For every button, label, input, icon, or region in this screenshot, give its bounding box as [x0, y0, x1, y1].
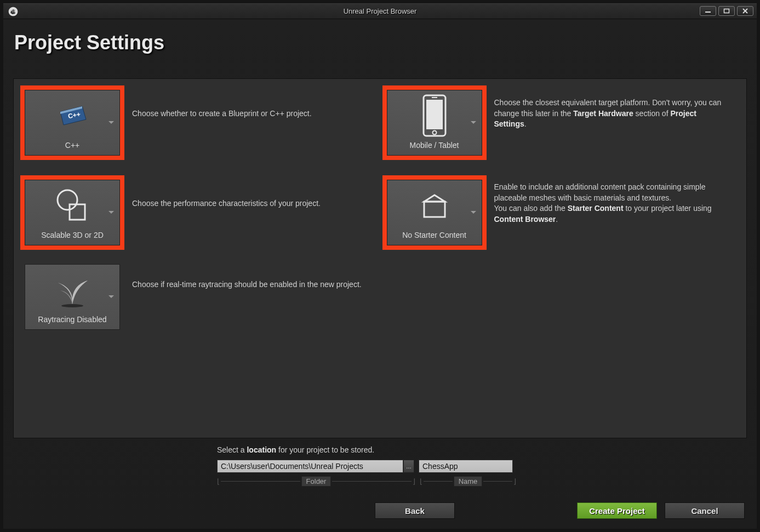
- page-title: Project Settings: [14, 31, 757, 54]
- cancel-button[interactable]: Cancel: [665, 502, 745, 519]
- chevron-down-icon: [471, 211, 476, 214]
- chevron-down-icon: [108, 211, 114, 214]
- raytracing-description: Choose if real-time raytracing should be…: [132, 260, 375, 290]
- scalable-icon: [53, 180, 92, 231]
- starter-content-label: No Starter Content: [402, 231, 466, 239]
- svg-rect-1: [724, 9, 729, 13]
- svg-point-7: [432, 131, 436, 135]
- back-button[interactable]: Back: [375, 502, 455, 519]
- svg-marker-11: [424, 202, 445, 217]
- browse-folder-button[interactable]: …: [403, 460, 414, 473]
- create-project-button[interactable]: Create Project: [577, 502, 657, 519]
- svg-rect-8: [432, 97, 437, 98]
- chevron-down-icon: [108, 121, 114, 124]
- unreal-logo-icon: [5, 4, 21, 19]
- folder-sublabel: Folder: [301, 476, 332, 487]
- target-platform-dropdown[interactable]: Mobile / Tablet: [387, 90, 482, 156]
- raytracing-label: Raytracing Disabled: [38, 315, 106, 324]
- performance-dropdown[interactable]: Scalable 3D or 2D: [25, 180, 120, 245]
- location-hint: Select a location for your project to be…: [217, 445, 757, 454]
- starter-content-dropdown[interactable]: No Starter Content: [387, 180, 482, 245]
- window-title: Unreal Project Browser: [344, 7, 417, 15]
- maximize-button[interactable]: [718, 6, 735, 16]
- chevron-down-icon: [108, 295, 114, 298]
- performance-description: Choose the performance characteristics o…: [132, 175, 334, 209]
- target-platform-description: Choose the closest equivalent target pla…: [494, 85, 740, 130]
- svg-rect-6: [426, 100, 443, 129]
- starter-content-description: Enable to include an additional content …: [494, 175, 740, 225]
- box-open-icon: [419, 180, 450, 231]
- svg-point-9: [58, 190, 77, 210]
- project-type-label: C++: [65, 141, 79, 150]
- titlebar: Unreal Project Browser: [3, 4, 757, 19]
- performance-label: Scalable 3D or 2D: [41, 231, 104, 239]
- cpp-icon: C++: [56, 90, 89, 141]
- svg-point-13: [61, 304, 83, 307]
- project-name-input[interactable]: [419, 460, 513, 473]
- project-type-description: Choose whether to create a Blueprint or …: [132, 85, 325, 119]
- mobile-icon: [421, 90, 448, 141]
- minimize-button[interactable]: [700, 6, 716, 16]
- raytracing-dropdown[interactable]: Raytracing Disabled: [25, 264, 120, 330]
- name-sublabel: Name: [454, 476, 483, 487]
- svg-marker-12: [424, 195, 445, 202]
- project-type-dropdown[interactable]: C++ C++: [25, 90, 120, 156]
- folder-input[interactable]: [217, 460, 403, 473]
- svg-rect-10: [70, 204, 85, 220]
- svg-rect-0: [705, 12, 711, 13]
- settings-panel: C++ C++ Choose whether to create a Bluep…: [13, 78, 747, 438]
- close-button[interactable]: [737, 6, 753, 16]
- target-platform-label: Mobile / Tablet: [409, 141, 459, 150]
- plant-icon: [50, 265, 94, 315]
- chevron-down-icon: [471, 121, 476, 124]
